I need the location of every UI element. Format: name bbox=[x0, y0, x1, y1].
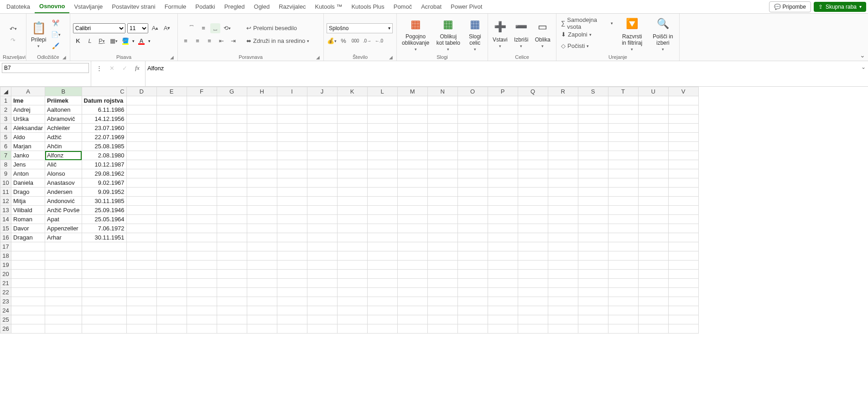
row-header-17[interactable]: 17 bbox=[0, 242, 11, 251]
cell-A20[interactable] bbox=[11, 270, 45, 279]
cell-L1[interactable] bbox=[367, 96, 397, 105]
cell-R4[interactable] bbox=[548, 124, 578, 133]
cell-P5[interactable] bbox=[488, 133, 518, 142]
cell-D8[interactable] bbox=[126, 160, 156, 169]
cell-P11[interactable] bbox=[488, 188, 518, 197]
cell-M13[interactable] bbox=[397, 206, 427, 215]
cell-D10[interactable] bbox=[126, 178, 156, 188]
cell-A12[interactable]: Mitja bbox=[11, 197, 45, 206]
cell-V4[interactable] bbox=[668, 124, 698, 133]
cell-D11[interactable] bbox=[126, 188, 156, 197]
align-center-button[interactable]: ≡ bbox=[192, 36, 203, 46]
cell-O9[interactable] bbox=[457, 169, 488, 178]
cell-R10[interactable] bbox=[548, 178, 578, 188]
accounting-format-button[interactable]: 💰▾ bbox=[327, 36, 337, 46]
cell-P9[interactable] bbox=[488, 169, 518, 178]
row-header-7[interactable]: 7 bbox=[0, 151, 11, 160]
cell-G23[interactable] bbox=[217, 297, 247, 306]
cell-C23[interactable] bbox=[82, 297, 126, 306]
cell-D4[interactable] bbox=[126, 124, 156, 133]
cell-M3[interactable] bbox=[397, 115, 427, 124]
cell-H20[interactable] bbox=[247, 270, 277, 279]
cell-S13[interactable] bbox=[578, 206, 608, 215]
column-header-G[interactable]: G bbox=[217, 87, 247, 96]
tab-formule[interactable]: Formule bbox=[160, 1, 191, 13]
cell-F25[interactable] bbox=[187, 315, 217, 324]
cell-S17[interactable] bbox=[578, 242, 608, 251]
cell-E4[interactable] bbox=[156, 124, 187, 133]
cell-U10[interactable] bbox=[638, 178, 668, 188]
cell-I1[interactable] bbox=[277, 96, 307, 105]
cell-A3[interactable]: Urška bbox=[11, 115, 45, 124]
cell-L2[interactable] bbox=[367, 105, 397, 115]
cell-K12[interactable] bbox=[337, 197, 367, 206]
row-header-24[interactable]: 24 bbox=[0, 306, 11, 315]
dialog-launcher-icon[interactable]: ◢ bbox=[62, 55, 66, 60]
cell-D16[interactable] bbox=[126, 233, 156, 242]
cell-U23[interactable] bbox=[638, 297, 668, 306]
cell-K7[interactable] bbox=[337, 151, 367, 160]
cell-B14[interactable]: Apat bbox=[45, 215, 82, 224]
column-header-R[interactable]: R bbox=[548, 87, 578, 96]
cell-E3[interactable] bbox=[156, 115, 187, 124]
cell-H23[interactable] bbox=[247, 297, 277, 306]
cell-V14[interactable] bbox=[668, 215, 698, 224]
cell-H21[interactable] bbox=[247, 279, 277, 288]
cell-U5[interactable] bbox=[638, 133, 668, 142]
cell-J8[interactable] bbox=[307, 160, 337, 169]
cell-F21[interactable] bbox=[187, 279, 217, 288]
font-name-select[interactable]: Calibri bbox=[73, 23, 125, 33]
cell-B15[interactable]: Appenzeller bbox=[45, 224, 82, 233]
cell-C19[interactable] bbox=[82, 261, 126, 270]
cell-H26[interactable] bbox=[247, 324, 277, 334]
cell-N1[interactable] bbox=[427, 96, 457, 105]
cell-U26[interactable] bbox=[638, 324, 668, 334]
cell-C2[interactable]: 6.11.1986 bbox=[82, 105, 126, 115]
cell-P26[interactable] bbox=[488, 324, 518, 334]
number-format-select[interactable]: Splošno ▾ bbox=[327, 23, 393, 33]
percent-format-button[interactable]: % bbox=[338, 36, 348, 46]
cell-V7[interactable] bbox=[668, 151, 698, 160]
cell-L4[interactable] bbox=[367, 124, 397, 133]
cell-M9[interactable] bbox=[397, 169, 427, 178]
autosum-button[interactable]: ∑Samodejna vsota▾ bbox=[559, 18, 615, 28]
cell-I17[interactable] bbox=[277, 242, 307, 251]
cell-G21[interactable] bbox=[217, 279, 247, 288]
formula-input[interactable] bbox=[147, 63, 857, 73]
cell-S9[interactable] bbox=[578, 169, 608, 178]
cell-G12[interactable] bbox=[217, 197, 247, 206]
cell-I26[interactable] bbox=[277, 324, 307, 334]
cell-P15[interactable] bbox=[488, 224, 518, 233]
cell-T21[interactable] bbox=[608, 279, 638, 288]
cell-B8[interactable]: Alič bbox=[45, 160, 82, 169]
cell-F19[interactable] bbox=[187, 261, 217, 270]
row-header-25[interactable]: 25 bbox=[0, 315, 11, 324]
cell-S23[interactable] bbox=[578, 297, 608, 306]
cell-A17[interactable] bbox=[11, 242, 45, 251]
cell-D21[interactable] bbox=[126, 279, 156, 288]
cell-E10[interactable] bbox=[156, 178, 187, 188]
cell-D18[interactable] bbox=[126, 251, 156, 261]
cell-L13[interactable] bbox=[367, 206, 397, 215]
cell-S3[interactable] bbox=[578, 115, 608, 124]
cell-O26[interactable] bbox=[457, 324, 488, 334]
cell-P13[interactable] bbox=[488, 206, 518, 215]
cell-Q1[interactable] bbox=[518, 96, 548, 105]
cell-L22[interactable] bbox=[367, 288, 397, 297]
cell-I9[interactable] bbox=[277, 169, 307, 178]
cell-A15[interactable]: Davor bbox=[11, 224, 45, 233]
cell-E14[interactable] bbox=[156, 215, 187, 224]
cell-A6[interactable]: Marjan bbox=[11, 142, 45, 151]
cell-E6[interactable] bbox=[156, 142, 187, 151]
cell-O21[interactable] bbox=[457, 279, 488, 288]
cell-H9[interactable] bbox=[247, 169, 277, 178]
cell-J10[interactable] bbox=[307, 178, 337, 188]
cell-U20[interactable] bbox=[638, 270, 668, 279]
cell-D20[interactable] bbox=[126, 270, 156, 279]
cell-L19[interactable] bbox=[367, 261, 397, 270]
cell-M18[interactable] bbox=[397, 251, 427, 261]
cell-R11[interactable] bbox=[548, 188, 578, 197]
cell-V19[interactable] bbox=[668, 261, 698, 270]
cell-R8[interactable] bbox=[548, 160, 578, 169]
cell-D19[interactable] bbox=[126, 261, 156, 270]
